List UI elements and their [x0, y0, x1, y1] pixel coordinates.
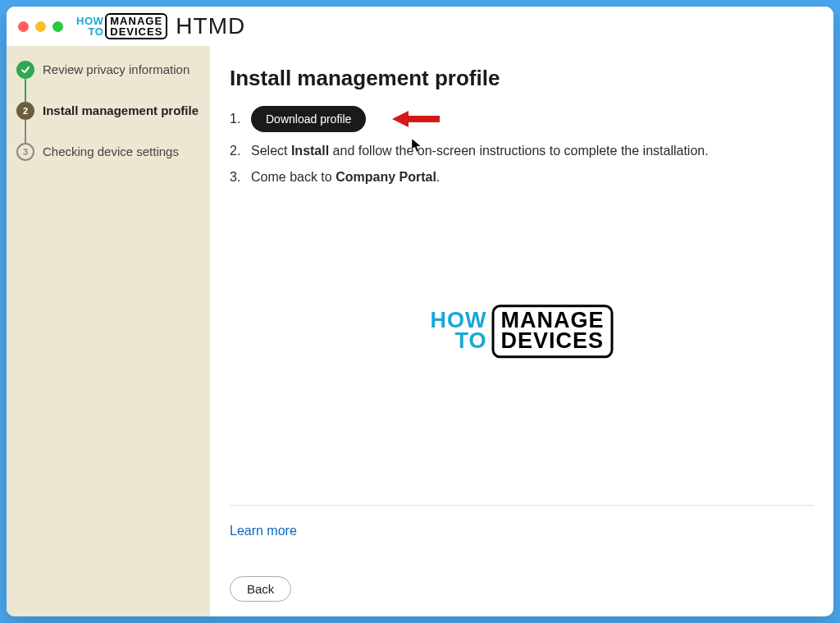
divider: [230, 505, 814, 506]
instruction-number: 3.: [230, 170, 244, 185]
footer: Learn more Back: [230, 505, 814, 602]
step-label: Checking device settings: [43, 143, 179, 160]
step-checking-settings[interactable]: 3 Checking device settings: [16, 143, 200, 184]
window-controls: [18, 21, 63, 32]
instruction-3: 3. Come back to Company Portal.: [230, 170, 814, 185]
header-logo: HOW TO MANAGE DEVICES HTMD: [76, 13, 245, 39]
logo-managedevices-text: MANAGE DEVICES: [491, 305, 613, 358]
watermark-logo: HOW TO MANAGE DEVICES: [431, 305, 614, 358]
instruction-text: Select Install and follow the on-screen …: [251, 144, 709, 158]
minimize-icon[interactable]: [35, 21, 46, 32]
instruction-1: 1. Download profile: [230, 106, 814, 132]
zoom-icon[interactable]: [52, 21, 63, 32]
step-review-privacy[interactable]: Review privacy information: [16, 61, 200, 102]
step-label: Install management profile: [43, 102, 199, 119]
close-icon[interactable]: [18, 21, 29, 32]
step-label: Review privacy information: [43, 61, 189, 78]
logo-howto-text: HOW TO: [431, 310, 487, 352]
logo-howto-text: HOW TO: [76, 16, 103, 37]
content-area: Review privacy information 2 Install man…: [7, 46, 833, 616]
learn-more-link[interactable]: Learn more: [230, 524, 297, 538]
checkmark-icon: [16, 61, 34, 79]
arrow-left-icon: [392, 109, 441, 129]
titlebar: HOW TO MANAGE DEVICES HTMD: [7, 7, 833, 46]
page-title: Install management profile: [230, 66, 814, 91]
instruction-text: Come back to Company Portal.: [251, 170, 440, 185]
app-title: HTMD: [176, 13, 245, 39]
instruction-number: 1.: [230, 112, 244, 126]
instruction-2: 2. Select Install and follow the on-scre…: [230, 144, 814, 158]
logo-managedevices-text: MANAGE DEVICES: [105, 13, 167, 39]
sidebar: Review privacy information 2 Install man…: [7, 46, 210, 616]
instructions-list: 1. Download profile 2. Select Install an…: [230, 106, 814, 196]
app-window: HOW TO MANAGE DEVICES HTMD Review privac…: [7, 7, 833, 616]
step-number-icon: 3: [16, 143, 34, 161]
step-list: Review privacy information 2 Install man…: [16, 61, 200, 184]
main-panel: Install management profile 1. Download p…: [210, 46, 833, 616]
back-button[interactable]: Back: [230, 576, 291, 602]
download-profile-button[interactable]: Download profile: [251, 106, 366, 132]
instruction-number: 2.: [230, 144, 244, 158]
step-number-icon: 2: [16, 102, 34, 120]
step-install-profile[interactable]: 2 Install management profile: [16, 102, 200, 143]
